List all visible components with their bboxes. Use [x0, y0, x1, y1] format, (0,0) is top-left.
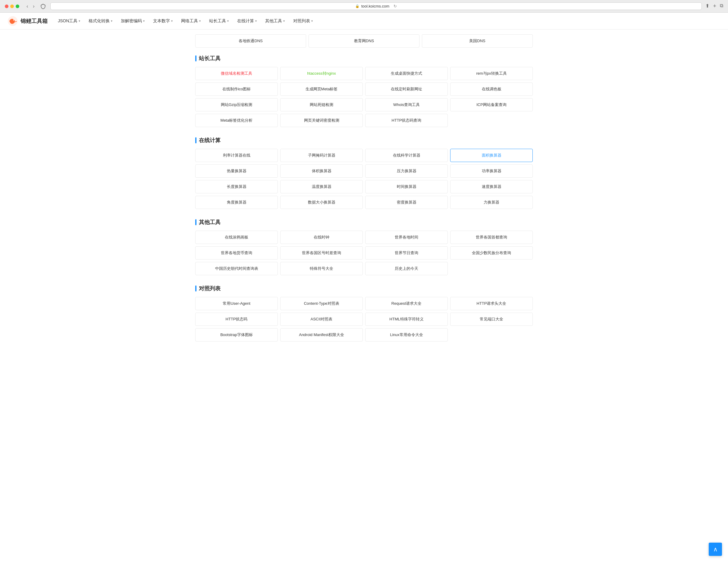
tool-item-content-type[interactable]: Content-Type对照表 — [280, 297, 363, 310]
tool-item-interest-calc[interactable]: 利率计算器在线 — [195, 149, 278, 162]
tool-item-bootstrap-icons[interactable]: Bootstrap字体图标 — [195, 328, 278, 342]
tool-item-keyword-density[interactable]: 网页关键词密度检测 — [280, 114, 363, 127]
nav-item-text[interactable]: 文本数字 ▾ — [149, 12, 177, 29]
nav-item-format[interactable]: 格式化转换 ▾ — [84, 12, 117, 29]
tool-item-dns-railway[interactable]: 各地铁通DNS — [195, 34, 306, 48]
nav-item-reference[interactable]: 对照列表 ▾ — [289, 12, 317, 29]
url-text: tool.koicms.com — [361, 4, 389, 8]
tool-item-pressure-conv[interactable]: 压力换算器 — [365, 164, 448, 178]
nav-link-encode[interactable]: 加解密编码 ▾ — [117, 12, 149, 29]
tool-item-today-history[interactable]: 历史上的今天 — [365, 262, 448, 275]
tool-item-world-time[interactable]: 世界各地时间 — [365, 231, 448, 244]
tool-item-angle-conv[interactable]: 角度换算器 — [195, 196, 278, 209]
tool-item-htaccess[interactable]: htaccess转nginx — [280, 67, 363, 80]
tool-item-whois[interactable]: Whois查询工具 — [365, 98, 448, 111]
tool-item-currency[interactable]: 世界各地货币查询 — [195, 246, 278, 260]
tool-item-length-conv[interactable]: 长度换算器 — [195, 180, 278, 193]
tool-item-meta-analyze[interactable]: Meta标签优化分析 — [195, 114, 278, 127]
tool-item-drawing[interactable]: 在线涂鸦画板 — [195, 231, 278, 244]
chevron-down-icon: ▾ — [171, 19, 173, 23]
nav-menu: JSON工具 ▾ 格式化转换 ▾ 加解密编码 ▾ 文本数字 ▾ 网络工具 — [54, 12, 317, 29]
site-logo[interactable]: 锦鲤工具箱 — [7, 16, 48, 27]
tool-item-timezone[interactable]: 世界各国区号时差查询 — [280, 246, 363, 260]
tool-item-density-conv[interactable]: 密度换算器 — [365, 196, 448, 209]
tool-item-auto-refresh[interactable]: 在线定时刷新网址 — [365, 82, 448, 96]
section-title-reference: 对照列表 — [195, 285, 533, 292]
nav-item-other[interactable]: 其他工具 ▾ — [261, 12, 289, 29]
tool-item-special-chars[interactable]: 特殊符号大全 — [280, 262, 363, 275]
tool-item-meta-gen[interactable]: 生成网页Meta标签 — [280, 82, 363, 96]
tool-item-wechat-domain[interactable]: 微信域名检测工具 — [195, 67, 278, 80]
reload-button[interactable]: ↻ — [394, 4, 397, 8]
back-button[interactable]: ‹ — [25, 3, 29, 10]
tool-item-icp[interactable]: ICP网站备案查询 — [450, 98, 533, 111]
tool-item-dns-edu[interactable]: 教育网DNS — [308, 34, 420, 48]
minimize-button[interactable] — [10, 4, 14, 8]
nav-item-json[interactable]: JSON工具 ▾ — [54, 12, 84, 29]
section-title-other: 其他工具 — [195, 219, 533, 226]
chevron-down-icon: ▾ — [79, 19, 80, 23]
nav-link-network[interactable]: 网络工具 ▾ — [177, 12, 205, 29]
nav-link-other[interactable]: 其他工具 ▾ — [261, 12, 289, 29]
tool-item-temp-conv[interactable]: 温度换算器 — [280, 180, 363, 193]
tool-item-world-capitals[interactable]: 世界各国首都查询 — [450, 231, 533, 244]
tool-item-common-ports[interactable]: 常见端口大全 — [450, 313, 533, 326]
new-tab-icon[interactable]: + — [713, 3, 716, 9]
tool-item-ico[interactable]: 在线制作ico图标 — [195, 82, 278, 96]
forward-button[interactable]: › — [32, 3, 35, 10]
tool-item-rem-px[interactable]: rem与px转换工具 — [450, 67, 533, 80]
tool-item-request[interactable]: Request请求大全 — [365, 297, 448, 310]
back-to-top-button[interactable]: ∧ — [709, 543, 722, 556]
nav-item-webmaster[interactable]: 站长工具 ▾ — [205, 12, 233, 29]
tool-item-power-conv[interactable]: 功率换算器 — [450, 164, 533, 178]
tool-item-http-status[interactable]: HTTP状态码查询 — [365, 114, 448, 127]
browser-nav: ‹ › — [25, 3, 36, 10]
tool-item-sci-calc[interactable]: 在线科学计算器 — [365, 149, 448, 162]
tool-item-speed-conv[interactable]: 速度换算器 — [450, 180, 533, 193]
address-bar[interactable]: 🔒 tool.koicms.com ↻ — [50, 2, 702, 10]
tool-item-http-codes[interactable]: HTTP状态码 — [195, 313, 278, 326]
tool-item-holidays[interactable]: 世界节日查询 — [365, 246, 448, 260]
traffic-lights — [5, 4, 19, 8]
tool-item-minority[interactable]: 全国少数民族分布查询 — [450, 246, 533, 260]
tool-item-ascii[interactable]: ASCII对照表 — [280, 313, 363, 326]
nav-link-reference[interactable]: 对照列表 ▾ — [289, 12, 317, 29]
nav-item-calc[interactable]: 在线计算 ▾ — [233, 12, 261, 29]
tool-item-data-conv[interactable]: 数据大小换算器 — [280, 196, 363, 209]
tool-item-deadlink[interactable]: 网站死链检测 — [280, 98, 363, 111]
nav-link-calc[interactable]: 在线计算 ▾ — [233, 12, 261, 29]
tool-grid-calculator: 利率计算器在线 子网掩码计算器 在线科学计算器 面积换算器 热量换算器 体积换算… — [195, 149, 533, 209]
tool-item-calorie-conv[interactable]: 热量换算器 — [195, 164, 278, 178]
tool-item-linux-commands[interactable]: Linux常用命令大全 — [365, 328, 448, 342]
nav-link-webmaster[interactable]: 站长工具 ▾ — [205, 12, 233, 29]
tool-item-subnet[interactable]: 子网掩码计算器 — [280, 149, 363, 162]
tool-item-android-manifest[interactable]: Android Manifest权限大全 — [280, 328, 363, 342]
logo-icon — [7, 16, 18, 27]
share-icon[interactable]: ⬆ — [705, 3, 709, 9]
tabs-icon[interactable]: ⧉ — [720, 3, 723, 9]
nav-link-format[interactable]: 格式化转换 ▾ — [84, 12, 117, 29]
nav-link-text[interactable]: 文本数字 ▾ — [149, 12, 177, 29]
tool-item-history-dynasty[interactable]: 中国历史朝代时间查询表 — [195, 262, 278, 275]
tool-item-force-conv[interactable]: 力换算器 — [450, 196, 533, 209]
section-title-calculator: 在线计算 — [195, 137, 533, 144]
tool-item-html-entities[interactable]: HTML特殊字符转义 — [365, 313, 448, 326]
nav-item-encode[interactable]: 加解密编码 ▾ — [117, 12, 149, 29]
section-reference: 对照列表 常用User-Agent Content-Type对照表 Reques… — [195, 285, 533, 342]
nav-item-network[interactable]: 网络工具 ▾ — [177, 12, 205, 29]
tool-item-http-headers[interactable]: HTTP请求头大全 — [450, 297, 533, 310]
tool-item-clock[interactable]: 在线时钟 — [280, 231, 363, 244]
nav-link-json[interactable]: JSON工具 ▾ — [54, 12, 84, 29]
tool-item-desktop-shortcut[interactable]: 生成桌面快捷方式 — [365, 67, 448, 80]
tool-item-area-conv[interactable]: 面积换算器 — [450, 149, 533, 162]
chevron-down-icon: ▾ — [199, 19, 201, 23]
tool-item-volume-conv[interactable]: 体积换算器 — [280, 164, 363, 178]
tool-item-gzip[interactable]: 网站Gzip压缩检测 — [195, 98, 278, 111]
tool-item-dns-us[interactable]: 美国DNS — [422, 34, 533, 48]
close-button[interactable] — [5, 4, 8, 8]
tool-item-color-picker[interactable]: 在线调色板 — [450, 82, 533, 96]
maximize-button[interactable] — [16, 4, 19, 8]
top-navigation: 锦鲤工具箱 JSON工具 ▾ 格式化转换 ▾ 加解密编码 ▾ 文本数字 ▾ — [0, 12, 728, 29]
tool-item-user-agent[interactable]: 常用User-Agent — [195, 297, 278, 310]
tool-item-time-conv[interactable]: 时间换算器 — [365, 180, 448, 193]
